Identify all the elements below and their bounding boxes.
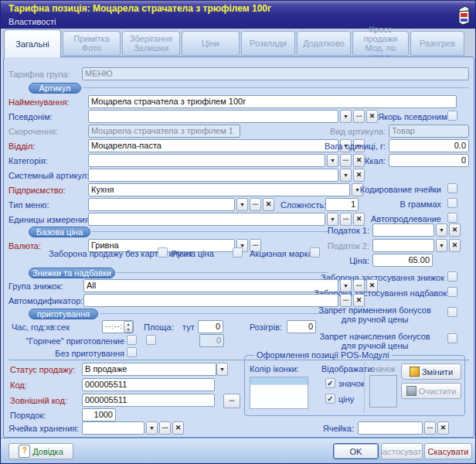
name-field[interactable]: Моцарела страчатела з трюфілем 100г bbox=[88, 95, 457, 108]
tab-zagalni[interactable]: Загальні bbox=[4, 29, 61, 57]
manual-price-label: Ручна ціна bbox=[172, 249, 214, 259]
forbid-discounts-checkbox[interactable] bbox=[447, 271, 457, 281]
unit-weight-field[interactable]: 0.0 bbox=[389, 139, 469, 152]
menu-type-clear-icon[interactable]: ✕ bbox=[263, 198, 274, 211]
forbid-bonus-apply-checkbox[interactable] bbox=[447, 307, 457, 317]
external-code-field[interactable]: 000005511 bbox=[82, 394, 215, 407]
section-artikul: Артикул bbox=[29, 83, 81, 94]
units-field[interactable] bbox=[88, 213, 325, 226]
excise-stamp-checkbox[interactable] bbox=[310, 247, 320, 258]
discount-group-field[interactable]: All bbox=[83, 279, 338, 292]
cell-field[interactable] bbox=[358, 421, 423, 435]
no-cooking-checkbox[interactable] bbox=[127, 347, 137, 357]
takeaway-checkbox[interactable] bbox=[146, 335, 156, 345]
tax2-dropdown-icon[interactable]: ▼ bbox=[436, 239, 447, 252]
section-line bbox=[100, 313, 328, 314]
auto-prolong-checkbox[interactable] bbox=[447, 213, 457, 223]
show-icon-checkbox[interactable]: ✓ bbox=[325, 378, 335, 388]
hot-cooking-checkbox[interactable] bbox=[127, 335, 137, 345]
short-name-label: Скорочення: bbox=[8, 127, 58, 137]
kcal-field[interactable]: 0 bbox=[389, 154, 469, 167]
tax2-clear-icon[interactable]: ✕ bbox=[449, 239, 461, 252]
ok-button[interactable]: OK bbox=[333, 443, 379, 459]
ok-button-label: OK bbox=[350, 447, 362, 456]
tab-zberigannya-zalyshky[interactable]: Зберігання Залишки bbox=[122, 31, 180, 56]
takeaway-field: 0 bbox=[199, 334, 224, 347]
section-line bbox=[92, 231, 328, 232]
tax1-field[interactable] bbox=[372, 223, 434, 237]
tariff-group-field: МЕНЮ bbox=[82, 67, 469, 80]
system-article-dropdown-icon[interactable]: ▼ bbox=[340, 169, 352, 182]
menu-type-browse-icon[interactable]: ... bbox=[250, 198, 261, 211]
show-price-checkbox[interactable]: ✓ bbox=[325, 394, 335, 404]
price-label: Ціна: bbox=[310, 256, 369, 266]
cell-browse-icon[interactable]: ... bbox=[424, 421, 436, 435]
sale-status-field[interactable]: В продаже bbox=[82, 363, 216, 376]
cell-coding-label: Кодирование ячейки bbox=[325, 185, 441, 195]
clear-icon-button: Очистити bbox=[401, 383, 461, 399]
hot-cooking-label: "Горячее" приготовление bbox=[8, 336, 124, 346]
tab-ciny[interactable]: Ціни bbox=[182, 31, 240, 56]
icon-color-swatch[interactable] bbox=[250, 377, 308, 409]
forbid-bonus-accrual-checkbox[interactable] bbox=[447, 333, 457, 343]
code-field[interactable]: 000005511 bbox=[82, 378, 215, 391]
external-code-browse-icon[interactable]: ... bbox=[223, 394, 240, 408]
category-field[interactable] bbox=[88, 154, 325, 167]
alias-field[interactable] bbox=[88, 110, 338, 123]
icon-color-label: Колір іконки: bbox=[250, 364, 299, 374]
pos-separator bbox=[364, 363, 365, 412]
show-icon-label: значок bbox=[338, 379, 365, 389]
change-icon-button[interactable]: Змінити bbox=[401, 363, 461, 380]
no-cooking-label: Без приготування bbox=[8, 349, 124, 359]
tab-kross-prodazhi[interactable]: Кросс продажи Мод. по умол. bbox=[352, 31, 409, 56]
tab-razogrev[interactable]: Разогрев bbox=[410, 31, 464, 56]
tax1-dropdown-icon[interactable]: ▼ bbox=[436, 223, 447, 237]
here-field[interactable]: 0 bbox=[198, 320, 223, 333]
no-card-sale-checkbox[interactable] bbox=[158, 247, 168, 258]
milk-carton-icon bbox=[456, 4, 471, 26]
help-icon: ? bbox=[19, 445, 30, 458]
help-button[interactable]: ? Довідка bbox=[8, 443, 73, 459]
alias-browse-icon[interactable]: ... bbox=[353, 110, 365, 123]
cell-clear-icon[interactable]: ✕ bbox=[437, 421, 449, 435]
tax2-field[interactable] bbox=[372, 239, 434, 252]
enterprise-field[interactable]: Кухня bbox=[88, 183, 350, 196]
forbid-surcharges-checkbox[interactable] bbox=[447, 287, 457, 297]
icon-preview-label: значок bbox=[369, 364, 396, 374]
cell-coding-checkbox[interactable] bbox=[447, 183, 457, 193]
here-label: тут bbox=[182, 322, 195, 333]
manual-price-checkbox[interactable] bbox=[233, 247, 243, 258]
sale-status-dropdown-icon[interactable]: ▼ bbox=[216, 363, 228, 376]
menu-type-field[interactable] bbox=[88, 198, 235, 211]
time-spinner[interactable]: ▲ ▼ bbox=[124, 321, 133, 333]
in-grams-checkbox[interactable] bbox=[447, 198, 457, 208]
cancel-button-label: Скасувати bbox=[428, 447, 469, 456]
tax1-clear-icon[interactable]: ✕ bbox=[449, 223, 461, 237]
spin-down-icon[interactable]: ▼ bbox=[124, 327, 132, 333]
cancel-button[interactable]: Скасувати bbox=[424, 443, 472, 459]
price-field[interactable]: 65.00 bbox=[372, 254, 433, 267]
system-article-clear-icon[interactable]: ✕ bbox=[353, 169, 365, 182]
tab-dodatkovo[interactable]: Додатково bbox=[297, 31, 351, 56]
storage-cell-field[interactable] bbox=[82, 421, 144, 435]
storage-cell-browse-icon[interactable]: ... bbox=[159, 421, 171, 435]
apply-button-label: Застосувати bbox=[381, 447, 423, 456]
order-field[interactable]: 1000 bbox=[82, 408, 116, 421]
change-icon-icon bbox=[410, 367, 420, 377]
tab-prymitka-foto[interactable]: Примітка Фото bbox=[63, 31, 121, 56]
tab-rozklady[interactable]: Розклади bbox=[241, 31, 295, 56]
alias-clear-icon[interactable]: ✕ bbox=[366, 110, 378, 123]
system-article-field[interactable] bbox=[88, 169, 338, 182]
code-label: Код: bbox=[10, 380, 27, 391]
icon-preview-box bbox=[369, 375, 397, 408]
menu-type-dropdown-icon[interactable]: ▼ bbox=[236, 198, 248, 211]
alias-dropdown-icon[interactable]: ▼ bbox=[340, 110, 352, 123]
clear-icon-icon bbox=[406, 386, 416, 396]
tab-strip: Загальні Примітка Фото Зберігання Залишк… bbox=[1, 29, 476, 57]
alias-anchor-checkbox[interactable] bbox=[447, 111, 457, 121]
storage-cell-clear-icon[interactable]: ✕ bbox=[172, 421, 184, 435]
time-label: Час, год:хв:сек bbox=[12, 322, 70, 333]
auto-modifier-field[interactable] bbox=[83, 294, 338, 307]
apply-button: Застосувати bbox=[381, 443, 423, 459]
storage-cell-dropdown-icon[interactable]: ▼ bbox=[146, 421, 158, 435]
